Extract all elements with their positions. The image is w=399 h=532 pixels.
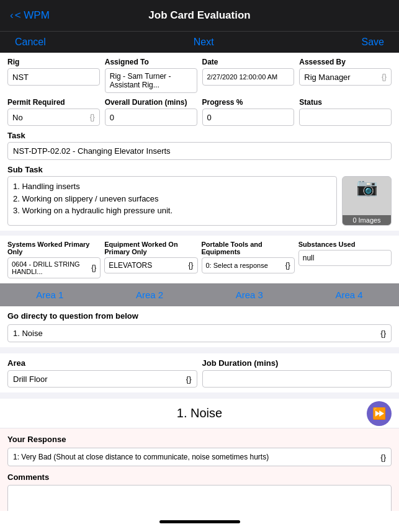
chevron-left-icon: ‹ (10, 9, 14, 22)
row-permit-duration-progress-status: Permit Required No {} Overall Duration (… (7, 98, 392, 126)
divider-2 (0, 348, 399, 353)
field-assigned-to: Assigned To Rig - Sam Turner - Assistant… (105, 58, 197, 93)
task-section-label: Task (7, 131, 392, 140)
field-substances: Substances Used null (298, 241, 392, 278)
curly-icon-2: {} (90, 113, 95, 122)
equipment-label: Equipment Worked On Primary Only (104, 241, 197, 255)
subtask-line-3: 3. Working on a hydraulic high pressure … (13, 205, 331, 217)
fast-forward-icon: ⏩ (372, 407, 386, 420)
field-rig: Rig NST (7, 58, 100, 93)
response-value[interactable]: 1: Very Bad (Shout at close distance to … (7, 448, 392, 466)
cancel-button[interactable]: Cancel (15, 37, 46, 48)
your-response-label: Your Response (7, 435, 392, 444)
row-rig-assignedto-date-assessed: Rig NST Assigned To Rig - Sam Turner - A… (7, 58, 392, 93)
field-progress: Progress % 0 (202, 98, 295, 126)
subtask-section-label: Sub Task (7, 165, 392, 174)
image-icon: 📷 (356, 177, 378, 197)
substances-label: Substances Used (298, 241, 392, 248)
form-section-1: Rig NST Assigned To Rig - Sam Turner - A… (0, 53, 399, 231)
area-col: Area Drill Floor {} (7, 358, 197, 388)
duration-value[interactable] (202, 370, 392, 388)
permit-required-value[interactable]: No {} (7, 109, 100, 126)
task-value[interactable]: NST-DTP-02.02 - Changing Elevator Insert… (7, 142, 392, 160)
subtask-line-2: 2. Working on slippery / uneven surfaces (13, 193, 331, 205)
portable-tools-label: Portable Tools and Equipments (202, 241, 295, 255)
comments-label: Comments (7, 472, 392, 482)
image-thumbnail[interactable]: 📷 0 Images (342, 176, 392, 226)
duration-label: Job Duration (mins) (202, 358, 392, 368)
tab-area-2[interactable]: Area 2 (100, 287, 200, 303)
systems-label: Systems Worked Primary Only (7, 241, 101, 255)
curly-icon-7: {} (186, 375, 192, 384)
area-tabs: Area 1 Area 2 Area 3 Area 4 (0, 283, 399, 306)
curly-icon-4: {} (188, 261, 193, 270)
assessed-by-value[interactable]: Rig Manager {} (299, 68, 392, 86)
field-portable-tools: Portable Tools and Equipments 0: Select … (202, 241, 295, 278)
curly-icon-6: {} (380, 329, 386, 338)
bottom-bar (0, 511, 399, 532)
image-count-label: 0 Images (343, 215, 391, 225)
back-label[interactable]: < WPM (15, 9, 50, 22)
question-item[interactable]: 1. Noise {} (7, 324, 392, 342)
duration-col: Job Duration (mins) (202, 358, 392, 388)
equipment-value[interactable]: ELEVATORS {} (104, 257, 197, 273)
field-date: Date 2/27/2020 12:00:00 AM (202, 58, 295, 93)
question-item-text: 1. Noise (13, 329, 43, 338)
date-value[interactable]: 2/27/2020 12:00:00 AM (202, 68, 295, 86)
field-permit-required: Permit Required No {} (7, 98, 100, 126)
save-button[interactable]: Save (362, 37, 384, 48)
progress-label: Progress % (202, 98, 295, 107)
subtask-text: 1. Handling inserts 2. Working on slippe… (7, 176, 337, 226)
header: ‹ < WPM Job Card Evaluation (0, 0, 399, 31)
assigned-to-value[interactable]: Rig - Sam Turner - Assistant Rig... (105, 68, 197, 93)
back-button[interactable]: ‹ < WPM (10, 9, 50, 22)
subtask-line-1: 1. Handling inserts (13, 180, 331, 193)
area-label: Area (7, 358, 197, 368)
page-title: Job Card Evaluation (148, 9, 250, 22)
rig-label: Rig (7, 58, 100, 66)
overall-duration-label: Overall Duration (mins) (105, 98, 197, 107)
assigned-to-label: Assigned To (105, 58, 197, 66)
substances-value[interactable]: null (298, 250, 392, 266)
tab-area-1[interactable]: Area 1 (0, 287, 100, 303)
curly-icon-3: {} (91, 264, 96, 272)
tab-area-3[interactable]: Area 3 (200, 287, 300, 303)
overall-duration-value[interactable]: 0 (105, 109, 197, 126)
systems-value[interactable]: 0604 - DRILL STRING HANDLI... {} (7, 257, 101, 278)
subtask-container: 1. Handling inserts 2. Working on slippe… (7, 176, 392, 226)
curly-icon: {} (382, 73, 387, 81)
noise-title: 1. Noise (177, 406, 222, 420)
question-section: Go directy to question from below 1. Noi… (0, 306, 399, 347)
status-value[interactable] (299, 109, 392, 126)
home-indicator (159, 520, 240, 523)
progress-value[interactable]: 0 (202, 109, 295, 126)
portable-tools-value[interactable]: 0: Select a response {} (202, 257, 295, 273)
field-equipment: Equipment Worked On Primary Only ELEVATO… (104, 241, 197, 278)
fast-forward-button[interactable]: ⏩ (367, 401, 392, 426)
field-overall-duration: Overall Duration (mins) 0 (105, 98, 197, 126)
question-header: Go directy to question from below (7, 311, 392, 321)
divider-3 (0, 394, 399, 399)
equipment-row: Systems Worked Primary Only 0604 - DRILL… (0, 236, 399, 283)
field-status: Status (299, 98, 392, 126)
divider-1 (0, 231, 399, 236)
curly-icon-5: {} (285, 261, 290, 270)
field-assessed-by: Assessed By Rig Manager {} (299, 58, 392, 93)
area-duration-row: Area Drill Floor {} Job Duration (mins) (0, 353, 399, 392)
assessed-by-label: Assessed By (299, 58, 392, 66)
field-systems: Systems Worked Primary Only 0604 - DRILL… (7, 241, 101, 278)
date-label: Date (202, 58, 295, 66)
noise-header: 1. Noise ⏩ (0, 399, 399, 428)
curly-icon-8: {} (380, 453, 386, 462)
tab-area-4[interactable]: Area 4 (299, 287, 399, 303)
status-label: Status (299, 98, 392, 107)
permit-required-label: Permit Required (7, 98, 100, 107)
next-button[interactable]: Next (194, 37, 214, 48)
rig-value[interactable]: NST (7, 68, 100, 86)
area-value[interactable]: Drill Floor {} (7, 370, 197, 388)
nav-bar: Cancel Next Save (0, 31, 399, 53)
